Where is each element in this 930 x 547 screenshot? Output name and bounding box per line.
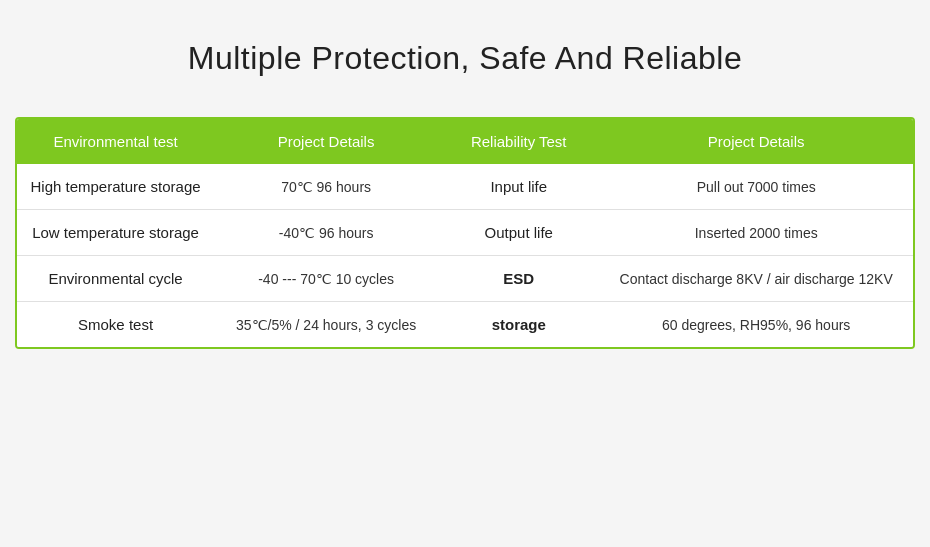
rel-test-cell: Output life — [438, 210, 599, 256]
proj-details-1-cell: -40 --- 70℃ 10 cycles — [214, 256, 438, 302]
proj-details-1-cell: 70℃ 96 hours — [214, 164, 438, 210]
rel-test-cell: Input life — [438, 164, 599, 210]
proj-details-1-cell: -40℃ 96 hours — [214, 210, 438, 256]
proj-details-2-cell: 60 degrees, RH95%, 96 hours — [599, 302, 913, 348]
proj-details-2-cell: Inserted 2000 times — [599, 210, 913, 256]
header-proj-details-2: Project Details — [599, 119, 913, 164]
env-test-cell: Environmental cycle — [17, 256, 214, 302]
table-row: High temperature storage70℃ 96 hoursInpu… — [17, 164, 913, 210]
table-row: Smoke test35℃/5% / 24 hours, 3 cyclessto… — [17, 302, 913, 348]
table-row: Low temperature storage-40℃ 96 hoursOutp… — [17, 210, 913, 256]
proj-details-2-cell: Contact discharge 8KV / air discharge 12… — [599, 256, 913, 302]
rel-test-cell: storage — [438, 302, 599, 348]
table-row: Environmental cycle-40 --- 70℃ 10 cycles… — [17, 256, 913, 302]
header-proj-details-1: Project Details — [214, 119, 438, 164]
rel-test-cell: ESD — [438, 256, 599, 302]
proj-details-1-cell: 35℃/5% / 24 hours, 3 cycles — [214, 302, 438, 348]
env-test-cell: Low temperature storage — [17, 210, 214, 256]
header-rel-test: Reliability Test — [438, 119, 599, 164]
proj-details-2-cell: Pull out 7000 times — [599, 164, 913, 210]
header-env-test: Environmental test — [17, 119, 214, 164]
data-table: Environmental test Project Details Relia… — [15, 117, 915, 349]
page-title: Multiple Protection, Safe And Reliable — [188, 40, 742, 77]
env-test-cell: Smoke test — [17, 302, 214, 348]
env-test-cell: High temperature storage — [17, 164, 214, 210]
